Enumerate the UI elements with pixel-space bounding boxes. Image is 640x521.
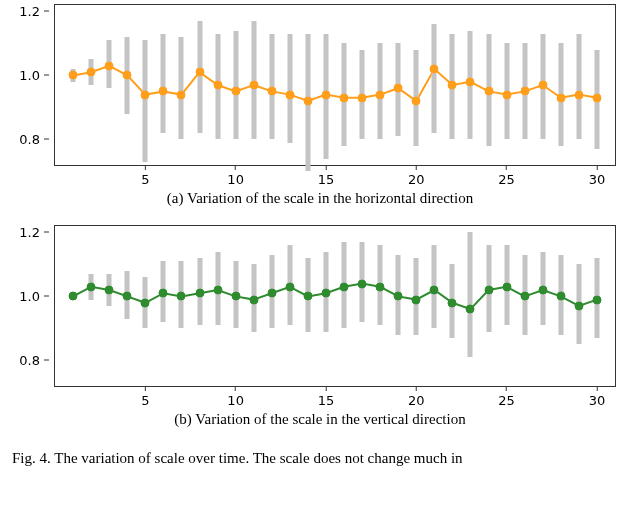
data-point (466, 77, 475, 86)
x-tick-label: 10 (227, 172, 244, 187)
x-tick-label: 5 (141, 172, 149, 187)
y-tick-label: 1.0 (19, 68, 40, 83)
data-point (267, 87, 276, 96)
y-tick-label: 0.8 (19, 353, 40, 368)
data-point (231, 292, 240, 301)
data-point (105, 61, 114, 70)
series-line-a (55, 5, 615, 165)
data-point (574, 90, 583, 99)
data-point (321, 90, 330, 99)
data-point (123, 292, 132, 301)
y-tick: 0.8 (19, 353, 55, 368)
data-point (123, 71, 132, 80)
data-point (213, 286, 222, 295)
caption-b: (b) Variation of the scale in the vertic… (10, 411, 630, 428)
x-tick-label: 15 (318, 393, 335, 408)
data-point (87, 282, 96, 291)
data-point (592, 295, 601, 304)
data-point (249, 81, 258, 90)
data-point (412, 295, 421, 304)
data-point (556, 292, 565, 301)
data-point (412, 97, 421, 106)
data-point (484, 87, 493, 96)
data-point (448, 81, 457, 90)
x-tick-label: 15 (318, 172, 335, 187)
y-tick-label: 1.0 (19, 289, 40, 304)
x-tick-label: 5 (141, 393, 149, 408)
data-point (592, 93, 601, 102)
data-point (430, 286, 439, 295)
data-point (177, 292, 186, 301)
x-tick: 15 (318, 165, 335, 187)
data-point (285, 90, 294, 99)
figure-container: 0.81.01.251015202530 (a) Variation of th… (0, 0, 640, 473)
error-bar (432, 24, 437, 133)
data-point (538, 286, 547, 295)
x-tick: 5 (141, 386, 149, 408)
x-tick: 20 (408, 165, 425, 187)
subplot-b: 0.81.01.251015202530 (b) Variation of th… (10, 225, 630, 428)
x-tick: 5 (141, 165, 149, 187)
data-point (87, 68, 96, 77)
figure-caption: Fig. 4. The variation of scale over time… (10, 446, 630, 473)
data-point (520, 292, 529, 301)
x-tick-label: 25 (498, 393, 515, 408)
data-point (195, 68, 204, 77)
y-tick: 1.2 (19, 4, 55, 19)
data-point (159, 289, 168, 298)
plot-area-b: 0.81.01.251015202530 (54, 225, 616, 387)
error-bar (197, 21, 202, 133)
data-point (105, 286, 114, 295)
data-point (376, 282, 385, 291)
data-point (69, 71, 78, 80)
data-point (303, 97, 312, 106)
error-bar (161, 34, 166, 133)
x-tick: 20 (408, 386, 425, 408)
error-bar (287, 34, 292, 143)
plot-area-a: 0.81.01.251015202530 (54, 4, 616, 166)
error-bar (576, 34, 581, 140)
data-point (285, 282, 294, 291)
y-tick-label: 1.2 (19, 225, 40, 240)
x-tick-label: 30 (589, 393, 606, 408)
error-bar (179, 37, 184, 139)
x-tick: 30 (589, 165, 606, 187)
y-tick: 1.0 (19, 68, 55, 83)
x-tick: 30 (589, 386, 606, 408)
data-point (69, 292, 78, 301)
data-point (340, 282, 349, 291)
x-tick-label: 25 (498, 172, 515, 187)
x-tick-label: 30 (589, 172, 606, 187)
x-tick: 10 (227, 165, 244, 187)
error-bar (143, 40, 148, 162)
data-point (502, 90, 511, 99)
x-tick-label: 10 (227, 393, 244, 408)
data-point (249, 295, 258, 304)
data-point (394, 84, 403, 93)
data-point (213, 81, 222, 90)
data-point (448, 298, 457, 307)
x-tick: 25 (498, 386, 515, 408)
x-tick: 25 (498, 165, 515, 187)
x-tick-label: 20 (408, 393, 425, 408)
data-point (574, 302, 583, 311)
x-tick: 15 (318, 386, 335, 408)
error-bar (233, 31, 238, 140)
y-tick: 1.2 (19, 225, 55, 240)
data-point (177, 90, 186, 99)
caption-a: (a) Variation of the scale in the horizo… (10, 190, 630, 207)
x-tick: 10 (227, 386, 244, 408)
y-tick-label: 0.8 (19, 132, 40, 147)
data-point (358, 279, 367, 288)
data-point (141, 298, 150, 307)
data-point (394, 292, 403, 301)
data-point (556, 93, 565, 102)
data-point (376, 90, 385, 99)
data-point (358, 93, 367, 102)
data-point (231, 87, 240, 96)
x-tick-label: 20 (408, 172, 425, 187)
data-point (430, 65, 439, 74)
data-point (466, 305, 475, 314)
series-line-b (55, 226, 615, 386)
data-point (340, 93, 349, 102)
